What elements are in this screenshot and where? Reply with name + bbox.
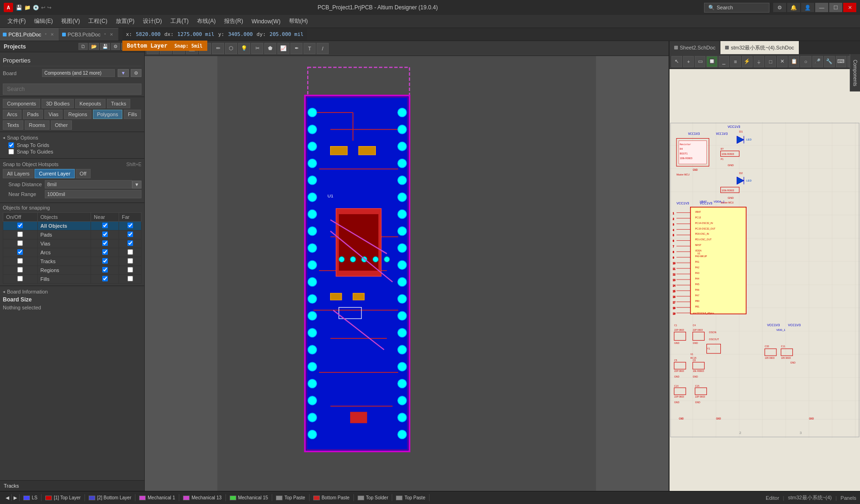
right-tab-stm32[interactable]: stm32最小系统~(4).SchDoc — [720, 41, 799, 54]
filter-button[interactable]: ▼ — [118, 69, 129, 77]
regions-onoff-cb[interactable] — [17, 267, 23, 273]
panels-label[interactable]: Panels — [840, 495, 856, 501]
allobjects-onoff-cb[interactable] — [17, 223, 23, 228]
vias-btn[interactable]: Vias — [44, 110, 63, 119]
snap-to-guides-checkbox[interactable] — [8, 149, 14, 154]
layer-mech15[interactable]: Mechanical 15 — [226, 494, 272, 501]
tab-pcb3[interactable]: PCB3.PcbDoc * ✕ — [59, 28, 119, 41]
settings-project-btn[interactable]: ⚙ — [111, 43, 120, 50]
menu-edit[interactable]: 编辑(E) — [30, 15, 56, 27]
arcs-btn[interactable]: Arcs — [3, 110, 21, 119]
sch-key-tool[interactable]: ⌨ — [836, 56, 846, 67]
components-btn[interactable]: Components — [3, 99, 40, 108]
quick-access-icon[interactable]: 💾 — [16, 5, 22, 11]
undo-icon[interactable]: ↩ — [41, 5, 45, 11]
arcs-onoff-cb[interactable] — [17, 249, 23, 255]
edit-tool[interactable]: ✏ — [212, 43, 224, 54]
pencil-tool[interactable]: ✒ — [290, 43, 303, 54]
layer-bottom[interactable]: [2] Bottom Layer — [85, 494, 135, 501]
text-tool[interactable]: T — [303, 43, 316, 54]
filter-settings-btn[interactable]: ⚙ — [131, 69, 141, 77]
fills-onoff-cb[interactable] — [17, 276, 23, 281]
sch-bus-tool[interactable]: ≡ — [730, 56, 741, 67]
menu-design[interactable]: 设计(D) — [139, 15, 166, 27]
layer-ls[interactable]: LS — [20, 494, 42, 501]
menu-view[interactable]: 视图(V) — [57, 15, 84, 27]
allobjects-near-cb[interactable] — [102, 223, 108, 228]
pads-near-cb[interactable] — [102, 231, 108, 237]
sch-gnd-tool[interactable]: ⏚ — [754, 56, 764, 67]
menu-route[interactable]: 布线(A) — [193, 15, 219, 27]
vias-near-cb[interactable] — [102, 240, 108, 246]
sch-mic-tool[interactable]: 🎤 — [812, 56, 823, 67]
redo-icon[interactable]: ↪ — [47, 5, 51, 11]
off-btn[interactable]: Off — [76, 169, 91, 178]
highlight-tool[interactable]: 💡 — [238, 43, 250, 54]
pads-far-cb[interactable] — [127, 231, 133, 237]
schematic-view[interactable]: VCC1V3 VCC1V3 Resistor R4 BOOT1 100k R06… — [670, 69, 860, 491]
all-layers-btn[interactable]: All Layers — [3, 169, 34, 178]
sch-comp-tool[interactable]: 🔧 — [824, 56, 835, 67]
tab-pcb3-close[interactable]: ✕ — [110, 32, 113, 37]
sch-wire-tool[interactable]: ⎯ — [719, 56, 729, 67]
layer-mech13[interactable]: Mechanical 13 — [179, 494, 226, 501]
sch-select-tool[interactable]: ↖ — [671, 56, 682, 67]
tracks-btn[interactable]: Tracks — [107, 99, 131, 108]
layer-nav-next[interactable]: ▶ — [12, 494, 20, 501]
layer-mech1[interactable]: Mechanical 1 — [135, 494, 179, 501]
filter-value[interactable]: Components (and 12 more) — [42, 69, 115, 77]
arcs-far-cb[interactable] — [127, 249, 133, 255]
notify-icon[interactable]: 🔔 — [787, 3, 800, 12]
layer-top[interactable]: [1] Top Layer — [42, 494, 85, 501]
tracks-onoff-cb[interactable] — [17, 258, 23, 264]
tab-pcb1[interactable]: PCB1.PcbDoc * ✕ — [0, 28, 59, 41]
components-panel-tab[interactable]: Components — [850, 54, 860, 91]
layer-top-paste-2[interactable]: Top Paste — [392, 494, 429, 501]
maximize-button[interactable]: ☐ — [829, 3, 842, 12]
hex-tool[interactable]: ⬡ — [225, 43, 237, 54]
current-layer-btn[interactable]: Current Layer — [35, 169, 74, 178]
tab-pcb1-close[interactable]: ✕ — [50, 32, 54, 37]
rooms-btn[interactable]: Rooms — [25, 120, 49, 130]
sch-circle-tool[interactable]: ○ — [800, 56, 811, 67]
3dbodies-btn[interactable]: 3D Bodies — [42, 99, 74, 108]
allobjects-far-cb[interactable] — [127, 223, 133, 228]
tracks-near-cb[interactable] — [102, 258, 108, 264]
other-btn[interactable]: Other — [51, 120, 72, 130]
polygons-btn[interactable]: Polygons — [93, 110, 122, 119]
user-icon[interactable]: 👤 — [801, 3, 814, 12]
vias-far-cb[interactable] — [127, 240, 133, 246]
snap-distance-input[interactable] — [45, 180, 132, 189]
regions-btn[interactable]: Regions — [64, 110, 91, 119]
global-search[interactable]: 🔍 Search — [704, 3, 769, 13]
layer-top-solder[interactable]: Top Solder — [354, 494, 393, 501]
right-tab-sheet2[interactable]: Sheet2.SchDoc — [670, 41, 720, 54]
sch-ic-tool[interactable]: 🔲 — [706, 56, 717, 67]
menu-report[interactable]: 报告(R) — [220, 15, 247, 27]
editor-label[interactable]: Editor — [766, 495, 779, 501]
fills-near-cb[interactable] — [102, 276, 108, 281]
menu-project[interactable]: 工程(C) — [85, 15, 111, 27]
minimize-button[interactable]: — — [815, 3, 828, 12]
snap-distance-dropdown[interactable]: ▼ — [132, 181, 141, 189]
menu-place[interactable]: 放置(P) — [112, 15, 138, 27]
regions-near-cb[interactable] — [102, 267, 108, 273]
fills-far-cb[interactable] — [127, 276, 133, 281]
search-input[interactable] — [3, 84, 141, 95]
sch-param-tool[interactable]: 📋 — [789, 56, 799, 67]
save-project-btn[interactable]: 💾 — [100, 43, 110, 50]
snap-to-grids-checkbox[interactable] — [8, 142, 14, 148]
line-tool[interactable]: / — [317, 43, 329, 54]
layer-top-paste[interactable]: Top Paste — [272, 494, 309, 501]
menu-tools[interactable]: 工具(T) — [167, 15, 192, 27]
near-range-input[interactable] — [45, 190, 141, 198]
cut-tool[interactable]: ✂ — [251, 43, 263, 54]
fills-btn[interactable]: Fills — [124, 110, 141, 119]
polygon-tool[interactable]: ⬟ — [264, 43, 276, 54]
regions-far-cb[interactable] — [127, 267, 133, 273]
open-project-btn[interactable]: 📂 — [89, 43, 99, 50]
save-all-icon[interactable]: 💿 — [33, 5, 39, 11]
arcs-near-cb[interactable] — [102, 249, 108, 255]
right-editor-tab[interactable]: stm32最小系统~(4) — [788, 494, 832, 501]
menu-help[interactable]: 帮助(H) — [285, 15, 312, 27]
